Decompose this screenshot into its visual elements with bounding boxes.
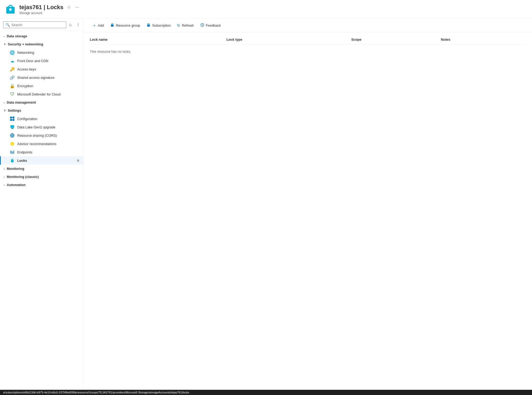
nav-item-label: Networking [17, 51, 34, 55]
svg-rect-18 [14, 150, 14, 154]
nav-item-label: Configuration [17, 117, 37, 121]
sidebar-section-monitoring-classic[interactable]: › Monitoring (classic) [0, 173, 83, 181]
sidebar-section-security-networking[interactable]: ∨ Security + networking [0, 40, 83, 48]
search-icon: 🔍 [5, 23, 10, 27]
cors-icon [10, 133, 15, 138]
sidebar-item-shared-access[interactable]: 🔗 Shared access signature [0, 73, 83, 82]
svg-rect-22 [111, 24, 113, 25]
sidebar-item-front-door[interactable]: ☁ Front Door and CDN [0, 57, 83, 65]
subscription-button[interactable]: Subscription [144, 21, 174, 29]
locks-table: Lock name Lock type Scope Notes This res… [90, 34, 526, 59]
add-icon: ＋ [92, 23, 96, 28]
svg-rect-4 [10, 117, 12, 118]
col-scope: Scope [351, 34, 441, 44]
svg-rect-24 [148, 24, 149, 25]
sidebar-item-networking[interactable]: 🌐 Networking [0, 48, 83, 57]
defender-icon: 🛡 [10, 92, 15, 97]
nav-item-label: Microsoft Defender for Cloud [17, 92, 61, 96]
col-lock-name: Lock name [90, 34, 226, 44]
search-box[interactable]: 🔍 [3, 21, 66, 28]
feedback-icon [200, 23, 204, 28]
svg-point-13 [12, 142, 13, 143]
add-label: Add [98, 23, 104, 27]
svg-rect-5 [13, 117, 14, 118]
chevron-right-icon: › [4, 35, 5, 38]
chevron-right-icon: › [4, 175, 5, 178]
page-title: tejas761 | Locks ☆ ··· [19, 4, 80, 11]
sidebar: 🔍 ◇ 《 › Data storage ∨ Security + networ… [0, 19, 84, 390]
chevron-down-icon: ∨ [4, 109, 6, 112]
locks-icon [10, 158, 15, 163]
refresh-label: Refresh [182, 23, 194, 27]
section-label: Security + networking [8, 42, 43, 46]
nav-item-label: Encryption [17, 84, 33, 88]
sidebar-item-cors[interactable]: Resource sharing (CORS) [0, 131, 83, 140]
sidebar-section-data-storage[interactable]: › Data storage [0, 32, 83, 40]
nav-item-label: Resource sharing (CORS) [17, 134, 57, 137]
advisor-icon [10, 141, 15, 146]
sidebar-item-locks[interactable]: Locks ☆ [0, 156, 83, 165]
refresh-button[interactable]: ↻ Refresh [174, 22, 197, 29]
favorite-button[interactable]: ☆ [66, 4, 72, 10]
access-keys-icon: 🔑 [10, 67, 15, 71]
chevron-right-icon: › [4, 183, 5, 187]
data-lake-icon [10, 125, 15, 129]
section-label: Automation [7, 183, 26, 187]
sidebar-section-monitoring[interactable]: › Monitoring [0, 165, 83, 173]
sidebar-item-encryption[interactable]: 🔒 Encryption [0, 82, 83, 90]
locks-table-container: Lock name Lock type Scope Notes This res… [84, 32, 532, 390]
empty-state-row: This resource has no locks. [90, 44, 526, 59]
resource-icon [5, 4, 16, 15]
title-text: tejas761 | Locks [19, 4, 63, 11]
search-input[interactable] [11, 23, 64, 27]
lock-resource-group-icon [110, 23, 114, 28]
chevron-down-icon: ∨ [4, 43, 6, 46]
status-bar: e/subscriptions/e66d13b6-b975-4e19-b6c0-… [0, 390, 532, 395]
section-label: Settings [8, 109, 21, 112]
networking-icon: 🌐 [10, 50, 15, 55]
empty-state-message: This resource has no locks. [90, 44, 526, 59]
resource-type-label: Storage account [19, 11, 80, 15]
favorite-locks-icon[interactable]: ☆ [76, 159, 80, 163]
nav-item-label: Locks [17, 159, 27, 163]
sidebar-item-data-lake[interactable]: Data Lake Gen2 upgrade [0, 123, 83, 131]
nav-item-label: Front Door and CDN [17, 59, 48, 63]
nav-item-label: Access keys [17, 67, 36, 71]
svg-rect-6 [10, 119, 12, 121]
svg-rect-15 [10, 151, 11, 154]
sidebar-section-automation[interactable]: › Automation [0, 181, 83, 189]
svg-rect-14 [12, 143, 13, 145]
feedback-button[interactable]: Feedback [198, 21, 223, 29]
sidebar-item-advisor[interactable]: Advisor recommendations [0, 140, 83, 148]
col-lock-type: Lock type [226, 34, 351, 44]
svg-rect-8 [10, 125, 14, 128]
more-options-button[interactable]: ··· [74, 4, 80, 10]
svg-rect-7 [13, 119, 14, 121]
lock-subscription-icon [146, 23, 151, 28]
sidebar-item-access-keys[interactable]: 🔑 Access keys [0, 65, 83, 73]
sidebar-nav: › Data storage ∨ Security + networking 🌐… [0, 31, 83, 390]
configuration-icon [10, 116, 15, 121]
collapse-sidebar-button[interactable]: 《 [74, 21, 80, 28]
endpoints-icon [10, 150, 15, 154]
filter-button[interactable]: ◇ [68, 22, 73, 28]
subscription-label: Subscription [152, 23, 171, 27]
sidebar-item-configuration[interactable]: Configuration [0, 115, 83, 123]
sidebar-search-row: 🔍 ◇ 《 [0, 19, 83, 31]
sidebar-item-defender[interactable]: 🛡 Microsoft Defender for Cloud [0, 90, 83, 98]
resource-group-button[interactable]: Resource group [108, 21, 143, 29]
sidebar-section-data-management[interactable]: › Data management [0, 98, 83, 106]
section-label: Data management [7, 100, 36, 104]
nav-item-label: Advisor recommendations [17, 142, 56, 146]
add-button[interactable]: ＋ Add [90, 21, 107, 29]
sidebar-item-endpoints[interactable]: Endpoints [0, 148, 83, 156]
table-header-row: Lock name Lock type Scope Notes [90, 34, 526, 44]
sidebar-section-settings[interactable]: ∨ Settings [0, 106, 83, 115]
nav-item-label: Endpoints [17, 150, 32, 154]
section-label: Data storage [7, 34, 27, 38]
svg-rect-20 [11, 159, 13, 161]
refresh-icon: ↻ [177, 23, 180, 28]
svg-rect-16 [11, 151, 12, 154]
chevron-right-icon: › [4, 101, 5, 104]
content-area: ＋ Add Resource group Subscription ↻ Refr… [84, 19, 532, 390]
